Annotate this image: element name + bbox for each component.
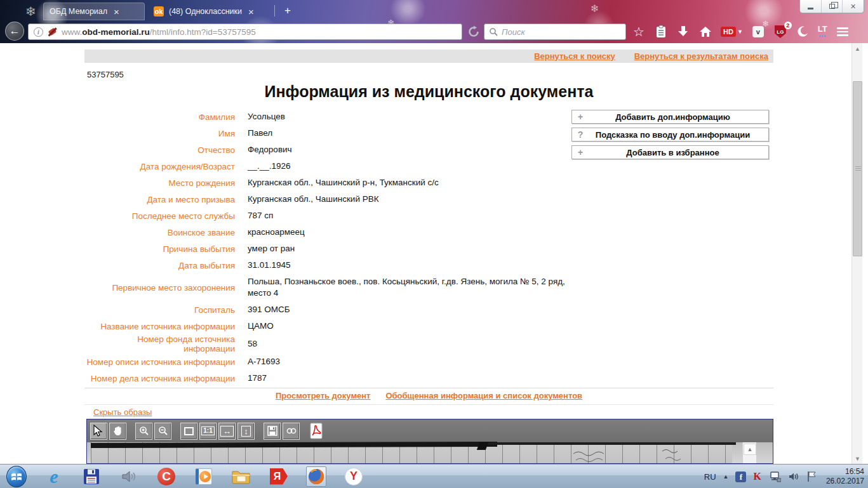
zoom-in-button[interactable] bbox=[135, 423, 152, 440]
bookmark-star-icon[interactable]: ☆ bbox=[632, 25, 646, 39]
clock[interactable]: 16:54 26.02.2017 bbox=[826, 467, 864, 486]
volume-app-icon[interactable] bbox=[119, 466, 139, 487]
page-scrollbar[interactable]: ▲ ▼ bbox=[851, 43, 862, 464]
network-tray-icon[interactable] bbox=[768, 471, 781, 482]
scrollbar-thumb[interactable] bbox=[853, 81, 862, 256]
fit-width-button[interactable]: ↔ bbox=[218, 423, 236, 440]
facebook-tray-icon[interactable]: f bbox=[735, 472, 746, 482]
save-image-button[interactable] bbox=[264, 423, 281, 440]
restore-button[interactable] bbox=[822, 0, 843, 13]
back-to-search-link[interactable]: Вернуться к поиску bbox=[534, 51, 615, 61]
scroll-up-arrow[interactable]: ▲ bbox=[852, 43, 863, 54]
field-row-burial-place: Первичное место захороненияПольша, Позна… bbox=[84, 274, 580, 301]
scrollbar-grip bbox=[855, 166, 861, 171]
menu-icon[interactable] bbox=[836, 25, 850, 39]
field-label: Дата рождения/Возраст bbox=[84, 162, 248, 171]
downloads-icon[interactable] bbox=[676, 25, 690, 39]
bookmarks-menu-icon[interactable] bbox=[654, 25, 668, 39]
tab-bar: ОБД Мемориал × ok (48) Одноклассники × +… bbox=[0, 0, 868, 20]
hide-images-link[interactable]: Скрыть образы bbox=[93, 407, 152, 417]
site-info-icon[interactable]: i bbox=[34, 27, 43, 37]
field-label: Название источника информации bbox=[84, 322, 248, 331]
firefox-icon[interactable] bbox=[306, 466, 326, 487]
minimize-button[interactable] bbox=[800, 0, 822, 13]
plugin-blocked-icon[interactable] bbox=[48, 27, 57, 37]
pan-hand-tool-button[interactable] bbox=[109, 423, 126, 440]
field-row-hospital: Госпиталь391 ОМСБ bbox=[84, 301, 580, 318]
tab-title: ОБД Мемориал bbox=[50, 7, 107, 16]
field-label: Место рождения bbox=[84, 178, 248, 188]
field-row-source-name: Название источника информацииЦАМО bbox=[84, 318, 580, 334]
pocket-icon[interactable]: v bbox=[751, 25, 765, 39]
field-value: А-71693 bbox=[248, 356, 280, 367]
field-row-name: ИмяПавел bbox=[84, 125, 580, 142]
zoom-out-button[interactable] bbox=[154, 423, 171, 440]
field-value: __.__.1926 bbox=[248, 161, 291, 172]
tab-odnoklassniki[interactable]: ok (48) Одноклассники × bbox=[147, 3, 274, 20]
start-button[interactable] bbox=[6, 466, 27, 487]
ccleaner-icon[interactable]: C bbox=[156, 466, 177, 487]
field-value: Усольцев bbox=[248, 111, 285, 122]
question-icon: ? bbox=[572, 129, 589, 140]
yandex-browser-icon[interactable]: Y bbox=[344, 466, 364, 487]
lt-extension-icon[interactable]: LT••• bbox=[818, 25, 827, 39]
night-mode-moon-icon[interactable] bbox=[796, 25, 810, 39]
add-info-button[interactable]: + Добавить доп.информацию bbox=[571, 110, 769, 124]
fit-height-button[interactable]: ↕ bbox=[237, 423, 255, 440]
tray-expand-icon[interactable]: ▲ bbox=[723, 473, 729, 480]
field-label: Воинское звание bbox=[84, 228, 248, 237]
one-to-one-icon: 1:1 bbox=[201, 426, 214, 435]
field-row-last-service: Последнее место службы787 сп bbox=[84, 208, 580, 224]
back-button[interactable]: ← bbox=[5, 22, 24, 41]
zoom-selection-button[interactable] bbox=[180, 423, 197, 440]
reload-button[interactable] bbox=[467, 25, 480, 38]
field-value: ЦАМО bbox=[248, 320, 274, 332]
mouse-cursor-icon bbox=[93, 425, 103, 437]
tab-close-icon[interactable]: × bbox=[247, 7, 255, 16]
action-center-flag-icon[interactable] bbox=[806, 471, 817, 482]
back-to-results-link[interactable]: Вернуться к результатам поиска bbox=[634, 51, 768, 61]
language-indicator[interactable]: RU bbox=[704, 472, 716, 482]
home-icon[interactable] bbox=[698, 25, 712, 39]
adblock-shield-icon[interactable]: LG 2 bbox=[773, 25, 787, 39]
notification-badge: 2 bbox=[784, 22, 792, 29]
page-content: Вернуться к поиску Вернуться к результат… bbox=[0, 43, 849, 464]
url-text[interactable]: www.obd-memorial.ru/html/info.htm?id=537… bbox=[62, 27, 256, 37]
scanned-document-image[interactable] bbox=[91, 442, 732, 464]
search-box[interactable]: Поиск bbox=[484, 23, 626, 40]
field-label: Первичное место захоронения bbox=[84, 283, 248, 293]
summary-info-link[interactable]: Обобщенная информация и список документо… bbox=[385, 391, 582, 400]
new-tab-button[interactable]: + bbox=[279, 4, 296, 18]
actual-size-button[interactable]: 1:1 bbox=[199, 423, 217, 440]
viewer-scroll-up-icon[interactable]: ▲ bbox=[744, 444, 756, 455]
scanned-document-strip[interactable] bbox=[87, 442, 773, 464]
kaspersky-tray-icon[interactable]: K bbox=[753, 471, 761, 482]
field-value: 31.01.1945 bbox=[248, 260, 291, 271]
field-value: 391 ОМСБ bbox=[248, 304, 290, 315]
close-button[interactable]: × bbox=[843, 0, 864, 13]
media-player-icon[interactable] bbox=[194, 466, 214, 487]
internet-explorer-icon[interactable]: e bbox=[44, 466, 64, 487]
address-bar[interactable]: i www.obd-memorial.ru/html/info.htm?id=5… bbox=[28, 23, 462, 40]
odnoklassniki-favicon-icon: ok bbox=[154, 6, 164, 16]
view-document-link[interactable]: Просмотреть документ bbox=[276, 391, 371, 400]
system-tray: RU ▲ f K 16:54 26.02.2017 bbox=[704, 465, 864, 488]
hd-extension-icon[interactable]: HD▼ bbox=[721, 25, 743, 39]
tab-close-icon[interactable]: × bbox=[112, 7, 121, 16]
floppy-save-app-icon[interactable] bbox=[81, 466, 102, 487]
field-label: Номер фонда источника информации bbox=[84, 334, 248, 353]
pdf-download-button[interactable] bbox=[309, 423, 324, 440]
tab-obd-memorial[interactable]: ОБД Мемориал × bbox=[43, 3, 145, 20]
file-explorer-icon[interactable] bbox=[231, 466, 251, 487]
volume-tray-icon[interactable] bbox=[788, 471, 799, 482]
info-hint-button[interactable]: ? Подсказка по вводу доп.информации bbox=[571, 128, 769, 142]
floppy-icon bbox=[267, 426, 277, 436]
copy-link-button[interactable] bbox=[283, 423, 300, 440]
yandex-app-icon[interactable]: Я bbox=[269, 466, 289, 487]
action-buttons: + Добавить доп.информацию ? Подсказка по… bbox=[571, 110, 769, 159]
add-favorites-button[interactable]: + Добавить в избранное bbox=[571, 145, 769, 159]
viewer-scrollbar[interactable]: ▲ bbox=[742, 442, 756, 464]
scroll-down-arrow[interactable]: ▼ bbox=[852, 453, 863, 464]
field-row-draft: Дата и место призываКурганская обл., Чаш… bbox=[84, 191, 580, 208]
field-value: 58 bbox=[248, 338, 257, 350]
